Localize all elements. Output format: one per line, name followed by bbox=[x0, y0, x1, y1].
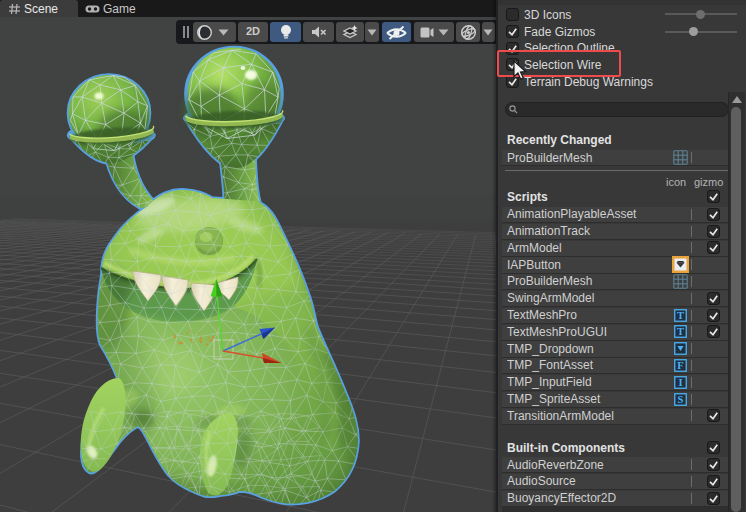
svg-text:T: T bbox=[677, 310, 684, 321]
svg-text:F: F bbox=[677, 360, 683, 371]
svg-text:S: S bbox=[678, 394, 684, 405]
svg-text:I: I bbox=[678, 377, 682, 388]
svg-text:T: T bbox=[677, 326, 684, 337]
